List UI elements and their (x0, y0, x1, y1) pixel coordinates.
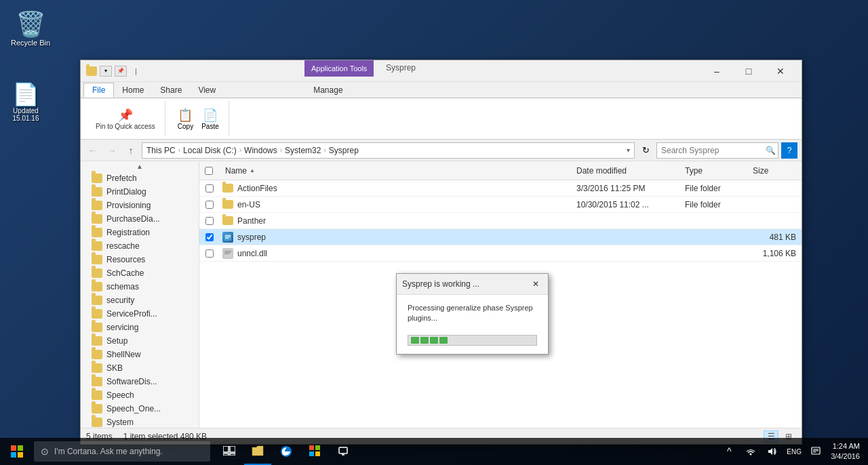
explorer-window: ▾ 📌 | Application Tools Sysprep – □ ✕ Fi… (80, 60, 802, 445)
sidebar-item-purchasedia[interactable]: PurchaseDia... (81, 212, 199, 226)
sidebar-item-skb[interactable]: SKB (81, 361, 199, 375)
sidebar-item-schcache[interactable]: SchCache (81, 266, 199, 280)
folder-icon-rescache (92, 241, 102, 251)
sidebar-item-speech[interactable]: Speech (81, 388, 199, 402)
ribbon-content: 📌 Pin to Quick access 📋 Copy 📄 Paste (81, 98, 802, 140)
search-input[interactable] (661, 146, 763, 155)
address-dropdown-arrow[interactable]: ▾ (627, 146, 630, 154)
svg-rect-5 (224, 251, 231, 251)
sidebar-item-registration[interactable]: Registration (81, 226, 199, 239)
select-all-checkbox[interactable] (205, 167, 213, 175)
svg-rect-20 (339, 447, 347, 453)
ribbon-btn-copy[interactable]: 📋 Copy (175, 106, 196, 132)
file-row-panther[interactable]: Panther (199, 213, 802, 229)
folder-icon-purchasedia (92, 214, 102, 224)
file-header: Name ▲ Date modified Type Size (199, 161, 802, 180)
header-size[interactable]: Size (747, 166, 802, 176)
minimize-button[interactable]: – (701, 60, 732, 82)
caret-icon[interactable]: ^ (719, 438, 738, 465)
folder-icon-security (92, 296, 102, 305)
file-row-sysprep[interactable]: sysprep 481 KB (199, 229, 802, 245)
taskbar-icons (216, 438, 357, 465)
search-circle-icon: ⊙ (41, 446, 49, 457)
sidebar-item-system[interactable]: System (81, 416, 199, 428)
volume-icon[interactable] (763, 438, 782, 465)
network-taskbar[interactable] (330, 438, 357, 465)
tab-manage[interactable]: Manage (305, 83, 351, 98)
close-button[interactable]: ✕ (765, 60, 796, 82)
checkbox-sysprep[interactable] (205, 233, 214, 241)
address-bar[interactable]: This PC › Local Disk (C:) › Windows › Sy… (142, 142, 635, 159)
file-row-unbcl-dll[interactable]: unncl.dll 1,106 KB (199, 245, 802, 262)
taskbar-clock[interactable]: 1:24 AM 3/4/2016 (828, 441, 863, 462)
header-date[interactable]: Date modified (571, 166, 679, 176)
file-row-en-us[interactable]: en-US 10/30/2015 11:02 ... File folder (199, 197, 802, 213)
sidebar-item-schemas[interactable]: schemas (81, 280, 199, 294)
folder-icon-schcache (92, 268, 102, 278)
checkbox-en-us[interactable] (205, 201, 214, 209)
sidebar-item-provisioning[interactable]: Provisioning (81, 199, 199, 212)
header-name[interactable]: Name ▲ (220, 166, 571, 176)
keyboard-icon[interactable]: ENG (785, 438, 804, 465)
ribbon-btn-paste[interactable]: 📄 Paste (199, 106, 222, 132)
start-button[interactable] (0, 438, 34, 465)
sidebar-scroll-up[interactable]: ▲ (81, 161, 199, 171)
taskbar-search[interactable]: ⊙ I'm Cortana. Ask me anything. (34, 441, 210, 462)
sidebar-item-security[interactable]: security (81, 294, 199, 307)
sidebar-item-speechone[interactable]: Speech_One... (81, 402, 199, 416)
header-type[interactable]: Type (679, 166, 747, 176)
network-icon[interactable] (741, 438, 760, 465)
sysprep-dialog[interactable]: Sysprep is working ... ✕ Processing gene… (396, 273, 549, 355)
sidebar-item-servicing[interactable]: servicing (81, 321, 199, 334)
exe-icon-sysprep (222, 232, 233, 243)
folder-icon-shellnew (92, 350, 102, 359)
edge-taskbar[interactable] (273, 438, 300, 465)
refresh-button[interactable]: ↻ (637, 142, 654, 159)
dialog-close-button[interactable]: ✕ (529, 278, 542, 290)
taskbar: ⊙ I'm Cortana. Ask me anything. (0, 438, 868, 465)
back-button[interactable]: ← (85, 142, 101, 159)
progress-bar-fill (408, 336, 536, 345)
sidebar-item-rescache[interactable]: rescache (81, 239, 199, 253)
sidebar-item-shellnew[interactable]: ShellNew (81, 348, 199, 361)
tab-home[interactable]: Home (114, 83, 152, 98)
file-row-actionfiles[interactable]: ActionFiles 3/3/2016 11:25 PM File folde… (199, 180, 802, 197)
store-taskbar[interactable] (301, 438, 328, 465)
recycle-bin-icon[interactable]: 🗑️ Recycle Bin (7, 7, 54, 50)
checkbox-unbcl-dll[interactable] (205, 249, 214, 258)
address-system32[interactable]: System32 (285, 146, 321, 155)
svg-rect-19 (315, 451, 320, 456)
search-box[interactable]: 🔍 (656, 142, 778, 159)
file-explorer-taskbar[interactable] (244, 438, 271, 465)
address-windows[interactable]: Windows (244, 146, 277, 155)
app-tools-tab[interactable]: Application Tools (304, 60, 374, 77)
progress-block-6 (458, 337, 467, 344)
tab-view[interactable]: View (190, 83, 224, 98)
sidebar-item-setup[interactable]: Setup (81, 334, 199, 348)
sidebar-item-printdialog[interactable]: PrintDialog (81, 185, 199, 199)
address-sysprep[interactable]: Sysprep (329, 146, 359, 155)
checkbox-panther[interactable] (205, 217, 214, 225)
progress-block-3 (430, 337, 438, 344)
task-view-button[interactable] (216, 438, 243, 465)
sidebar-item-serviceprofi[interactable]: ServiceProfi... (81, 307, 199, 321)
search-icon: 🔍 (766, 146, 776, 155)
maximize-button[interactable]: □ (733, 60, 764, 82)
sidebar-item-resources[interactable]: Resources (81, 253, 199, 266)
notifications-icon[interactable] (806, 438, 825, 465)
pin-btn[interactable]: 📌 (115, 66, 127, 77)
address-this-pc[interactable]: This PC (146, 146, 176, 155)
quick-access-arrow[interactable]: ▾ (100, 66, 112, 77)
forward-button[interactable]: → (104, 142, 120, 159)
ribbon-btn-pin[interactable]: 📌 Pin to Quick access (93, 106, 158, 132)
up-button[interactable]: ↑ (123, 142, 139, 159)
tab-file[interactable]: File (83, 83, 114, 98)
address-local-disk[interactable]: Local Disk (C:) (183, 146, 237, 155)
window-title: Sysprep (386, 63, 416, 73)
tab-share[interactable]: Share (152, 83, 190, 98)
sidebar-item-softwaredis[interactable]: SoftwareDis... (81, 375, 199, 388)
checkbox-actionfiles[interactable] (205, 184, 214, 193)
header-check[interactable] (199, 167, 220, 175)
help-button[interactable]: ? (781, 142, 797, 159)
sidebar-item-prefetch[interactable]: Prefetch (81, 171, 199, 185)
